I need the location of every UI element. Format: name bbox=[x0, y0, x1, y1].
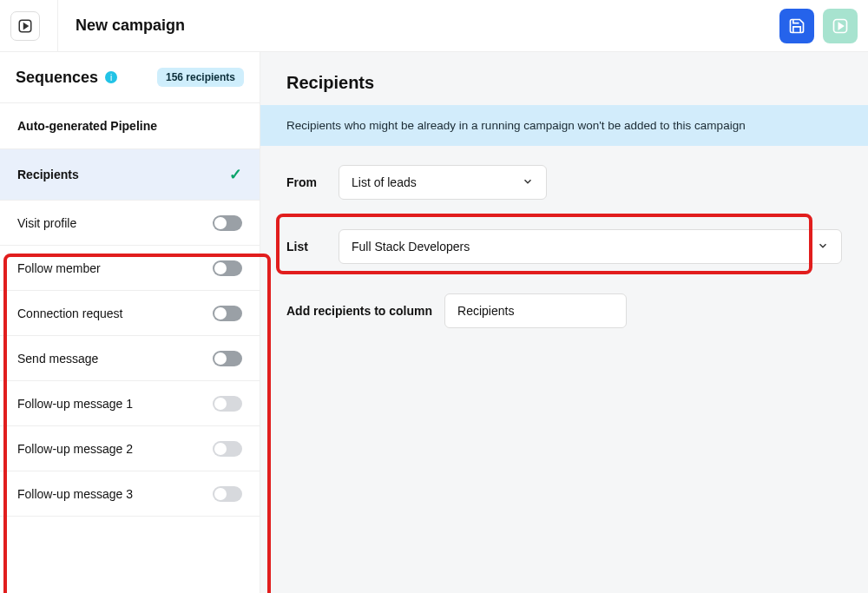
sequence-item-followup-3[interactable]: Follow-up message 3 bbox=[0, 471, 260, 517]
sequence-label: Follow member bbox=[17, 261, 101, 275]
save-icon bbox=[788, 17, 806, 35]
sidebar-header: Sequences i 156 recipients bbox=[0, 52, 260, 103]
recipients-form: From List of leads List Full Stack Devel… bbox=[260, 146, 868, 347]
info-banner: Recipients who might be already in a run… bbox=[260, 105, 868, 146]
svg-marker-1 bbox=[24, 23, 29, 29]
play-square-icon bbox=[832, 17, 849, 35]
chevron-down-icon bbox=[817, 240, 829, 254]
app-logo[interactable] bbox=[10, 11, 40, 41]
recipients-badge: 156 recipients bbox=[157, 68, 244, 87]
sequence-item-connection-request[interactable]: Connection request bbox=[0, 291, 260, 336]
chevron-down-icon bbox=[522, 175, 534, 190]
from-row: From List of leads bbox=[286, 165, 842, 200]
column-label: Add recipients to column bbox=[286, 304, 432, 318]
column-input[interactable]: Recipients bbox=[444, 293, 627, 328]
sidebar-title: Sequences bbox=[16, 69, 98, 87]
list-row: List Full Stack Developers bbox=[286, 229, 842, 264]
sequence-item-visit-profile[interactable]: Visit profile bbox=[0, 201, 260, 246]
toggle-followup-2[interactable] bbox=[213, 441, 242, 457]
column-row: Add recipients to column Recipients bbox=[286, 293, 842, 328]
toggle-followup-3[interactable] bbox=[213, 486, 242, 502]
sidebar-item-recipients[interactable]: Recipients ✓ bbox=[0, 149, 260, 201]
page-title: New campaign bbox=[76, 16, 185, 35]
play-square-icon bbox=[17, 18, 33, 34]
sequence-item-follow-member[interactable]: Follow member bbox=[0, 246, 260, 291]
from-value: List of leads bbox=[352, 175, 417, 189]
main-content: Recipients Recipients who might be alrea… bbox=[260, 52, 868, 593]
list-select[interactable]: Full Stack Developers bbox=[339, 229, 842, 264]
sequence-label: Follow-up message 1 bbox=[17, 397, 133, 411]
sequence-label: Follow-up message 2 bbox=[17, 442, 133, 456]
save-button[interactable] bbox=[779, 9, 814, 43]
sequence-item-followup-1[interactable]: Follow-up message 1 bbox=[0, 381, 260, 426]
sidebar: Sequences i 156 recipients Auto-generate… bbox=[0, 52, 260, 593]
main-title: Recipients bbox=[260, 52, 868, 105]
recipients-label: Recipients bbox=[17, 168, 79, 181]
svg-marker-3 bbox=[838, 23, 843, 29]
checkmark-icon: ✓ bbox=[229, 165, 242, 184]
topbar: New campaign bbox=[0, 0, 868, 52]
divider bbox=[57, 0, 58, 52]
list-value: Full Stack Developers bbox=[352, 240, 470, 254]
toggle-followup-1[interactable] bbox=[213, 396, 242, 412]
sequence-label: Send message bbox=[17, 352, 98, 366]
column-value: Recipients bbox=[457, 304, 514, 318]
sequence-label: Follow-up message 3 bbox=[17, 487, 133, 501]
from-select[interactable]: List of leads bbox=[339, 165, 547, 200]
info-icon[interactable]: i bbox=[105, 71, 117, 83]
sequence-list: Visit profile Follow member Connection r… bbox=[0, 201, 260, 517]
sequence-label: Connection request bbox=[17, 306, 122, 320]
toggle-visit-profile[interactable] bbox=[213, 215, 242, 231]
list-label: List bbox=[286, 240, 325, 254]
sequence-label: Visit profile bbox=[17, 216, 76, 230]
toggle-send-message[interactable] bbox=[213, 351, 242, 366]
from-label: From bbox=[286, 175, 325, 189]
sequence-item-send-message[interactable]: Send message bbox=[0, 336, 260, 381]
run-button[interactable] bbox=[823, 9, 858, 43]
sidebar-item-pipeline[interactable]: Auto-generated Pipeline bbox=[0, 103, 260, 149]
toggle-connection-request[interactable] bbox=[213, 306, 242, 321]
toggle-follow-member[interactable] bbox=[213, 260, 242, 276]
sequence-item-followup-2[interactable]: Follow-up message 2 bbox=[0, 426, 260, 471]
